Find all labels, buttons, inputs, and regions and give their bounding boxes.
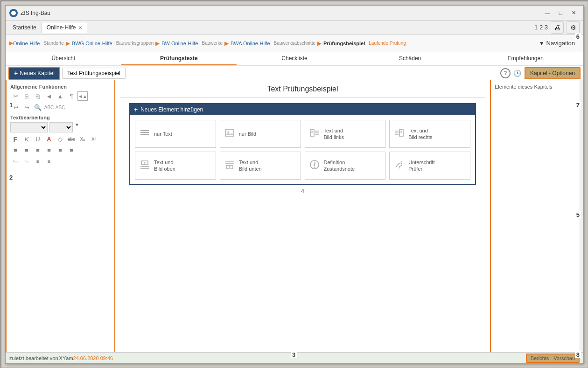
numbered-list-icon[interactable]: ≔ [21,157,32,166]
tab-toolbar-right: 1 2 3 🖨 ⚙ [534,21,581,34]
element-card-definition[interactable]: Definition Zustandsnote [305,152,386,180]
settings-button[interactable]: ⚙ [567,21,580,34]
superscript-icon[interactable]: X² [89,134,99,144]
kapitel-options-label: Kapitel - Optionen [530,70,575,76]
element-card-nur-text[interactable]: nur Text [135,120,216,148]
element-header: + Neues Element hinzügen [130,104,475,115]
bericht-vorschau-button[interactable]: Berichts - Vorschau [526,354,580,363]
outdent-icon[interactable]: ≡ [66,146,77,155]
close-button[interactable]: ✕ [567,8,580,18]
right-sidebar: Elemente dieses Kapitels [490,80,583,352]
bc-item-3[interactable]: BW Online-Hilfe Bauwerke [161,39,223,48]
textbearbeitung-title: Textbearbeitung [10,115,111,120]
bericht-vorschau-label: Berichts - Vorschau [531,355,575,361]
abc-icon[interactable]: ABC [44,103,54,112]
content-title: Text Prüfungsbeispiel [120,85,485,97]
breadcrumb-bar: ▶ Online-Hilfe Standorte ▶ BWG Online-Hi… [6,35,583,52]
highlight-icon[interactable]: ◇ [55,134,65,144]
font-family-select[interactable] [10,122,48,132]
element-card-text-bild-links[interactable]: Text und Bild links [305,120,386,148]
breadcrumb-play-icon: ▶ [9,40,13,46]
kapitel-options-button[interactable]: Kapitel - Optionen [525,67,581,79]
definition-icon [309,160,320,172]
bc-arrow-4: ▶ [317,40,322,47]
card-nur-bild-label: nur Bild [239,131,256,137]
label-6: 6 [575,33,581,40]
tab-pill[interactable]: Text Prüfungsbeispiel [62,68,126,79]
content-area: Allgemeine Funktionen ✂ ⎘ ⎗ ◄ ▲ ¶ ◄▲ ↩ ↪… [6,80,583,352]
bc-item-4[interactable]: BWA Online-Hilfe Bauwerksabschnitte [231,39,315,48]
indent-icon[interactable]: ≡ [55,146,65,155]
navigation-button[interactable]: ▼ Navigation [534,38,580,49]
bc-item-2[interactable]: BWG Online-Hilfe Bauwerksgruppen [72,39,154,48]
help-button[interactable]: ? [500,68,511,78]
tab-checkliste[interactable]: Checkliste [237,52,352,65]
allgemeine-title: Allgemeine Funktionen [10,84,111,90]
tab-startseite[interactable]: Startseite [7,22,42,33]
font-size-select[interactable] [49,122,73,132]
cut-icon[interactable]: ✂ [10,91,21,101]
signature-icon [393,160,405,172]
bc-item-1[interactable]: Online-Hilfe Standorte [13,39,64,48]
clock-button[interactable]: 🕐 [512,68,523,78]
section-tabs: Übersicht Prüfungstexte Checkliste Schäd… [6,52,583,66]
nav-arrow-icon: ▼ [539,40,545,47]
status-date: 24.06.2020 09:46 [73,355,113,361]
bc-item-5[interactable]: Prüfungsbeispiel Laufende Prüfung [323,39,406,48]
bc-sub-3: Bauwerke [202,41,223,46]
italic-icon[interactable]: K [21,134,32,144]
align-left-icon[interactable]: ≡ [10,146,21,155]
svg-point-16 [144,162,146,164]
tab-online-hilfe[interactable]: Online-Hilfe ✕ [42,22,88,33]
element-card-text-bild-rechts[interactable]: Text und Bild rechts [389,120,470,148]
underline-icon[interactable]: U [33,134,43,144]
tab-schaden[interactable]: Schäden [352,52,468,65]
app-window: ZIS Ing-Bau — □ ✕ Startseite Online-Hilf… [5,5,584,364]
element-card-unterschrift[interactable]: Unterschrift Prüfer [389,152,470,180]
tab-prufungstexte[interactable]: Prüfungstexte [121,52,237,65]
image-icon-1 [224,129,235,139]
image-icon-2 [309,129,320,139]
indent2-icon[interactable]: ≡ [33,157,43,166]
bullet-list-icon[interactable]: ≔ [10,157,21,166]
select-icon[interactable]: ◄▲ [77,91,88,101]
subscript-icon[interactable]: X₂ [77,134,88,144]
bc-main-2: BWG Online-Hilfe [72,41,112,46]
redo-icon[interactable]: ↪ [21,103,32,112]
element-card-nur-bild[interactable]: nur Bild [220,120,301,148]
element-card-text-bild-oben[interactable]: Text und Bild oben [135,152,216,180]
maximize-button[interactable]: □ [554,8,567,18]
paste-icon[interactable]: ⎗ [33,91,43,101]
paragraph-icon[interactable]: ¶ [66,91,77,101]
svg-point-22 [229,166,231,168]
back-icon[interactable]: ◄ [44,91,54,101]
forward-icon[interactable]: ▲ [55,91,65,101]
align-justify-icon[interactable]: ≡ [44,146,54,155]
tab-empfehlungen[interactable]: Empfehlungen [468,52,583,65]
right-sidebar-title: Elemente dieses Kapitels [495,84,579,90]
copy-icon[interactable]: ⎘ [21,91,32,101]
element-card-text-bild-unten[interactable]: Text und Bild unten [220,152,301,180]
chevron-down-icon: ▼ [75,122,79,132]
tab-close-icon[interactable]: ✕ [78,25,82,30]
print-icon: 🖨 [554,24,560,31]
align-center-icon[interactable]: ≡ [21,146,32,155]
card-text-bild-links-label: Text und Bild links [324,127,344,141]
navigation-label: Navigation [546,40,575,47]
card-nur-text-label: nur Text [154,131,172,137]
card-unterschrift-label: Unterschrift Prüfer [408,159,434,173]
list-row: ≔ ≔ ≡ ≡ [10,157,111,166]
search-icon[interactable]: 🔍 [33,103,43,112]
minimize-button[interactable]: — [541,8,553,18]
tab-ubersicht[interactable]: Übersicht [6,52,121,65]
new-kapitel-button[interactable]: + Neues Kapitel [8,67,60,80]
image-icon-4 [139,160,150,172]
toolbar-icons-row-2: ↩ ↪ 🔍 ABC ABC [10,103,111,112]
outdent2-icon[interactable]: ≡ [44,157,54,166]
abc-strikethrough-icon[interactable]: ABC [55,103,65,112]
bold-icon[interactable]: F [10,134,21,144]
color-icon[interactable]: A [44,134,54,144]
strikethrough-icon[interactable]: abc [66,134,77,144]
print-button[interactable]: 🖨 [551,21,564,34]
align-right-icon[interactable]: ≡ [33,146,43,155]
